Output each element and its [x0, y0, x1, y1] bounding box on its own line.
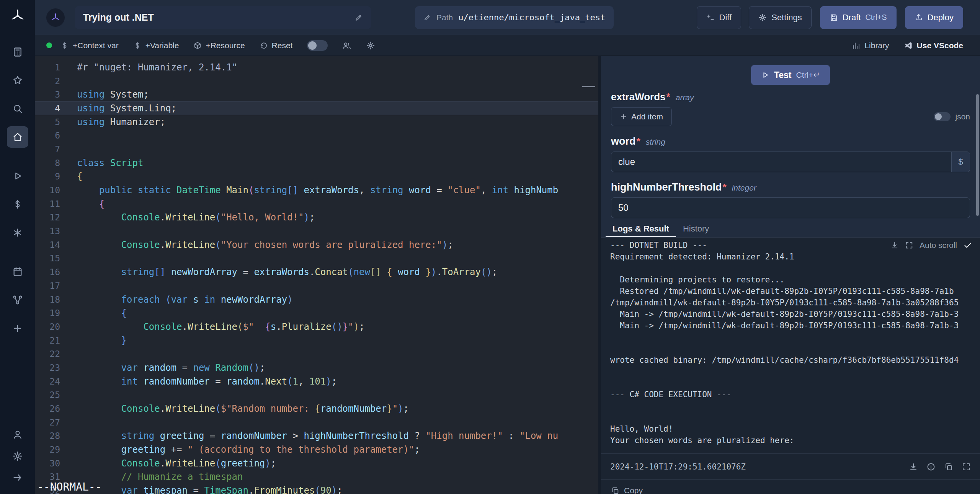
script-summary-box[interactable]: Trying out .NET: [75, 6, 371, 29]
code-line-19[interactable]: 19 {: [35, 306, 598, 320]
diff-button[interactable]: Diff: [697, 6, 742, 29]
sidebar-item-search[interactable]: [7, 98, 28, 119]
toggle-switch[interactable]: [307, 40, 328, 51]
tab-logs-result[interactable]: Logs & Result: [606, 220, 676, 237]
test-button[interactable]: Test Ctrl+↵: [751, 65, 830, 85]
panel-resize-handle[interactable]: [598, 56, 601, 494]
library-button[interactable]: Library: [851, 41, 889, 50]
add-resource-button[interactable]: +Resource: [193, 41, 245, 50]
code-line-3[interactable]: 3using System;: [35, 88, 598, 101]
panel-scrollbar[interactable]: [976, 94, 979, 216]
draft-button[interactable]: Draft Ctrl+S: [820, 6, 897, 29]
code-line-28[interactable]: 28 string greeting = randomNumber > high…: [35, 429, 598, 443]
code-line-11[interactable]: 11 {: [35, 197, 598, 211]
home-icon: [12, 132, 23, 142]
json-toggle[interactable]: json: [934, 112, 970, 121]
multiplayer-button[interactable]: [342, 41, 351, 50]
code-line-30[interactable]: 30 Console.WriteLine(greeting);: [35, 457, 598, 470]
variable-label: +Variable: [145, 41, 179, 50]
deploy-button[interactable]: Deploy: [905, 6, 963, 29]
reset-button[interactable]: Reset: [260, 41, 293, 50]
copy-row[interactable]: Copy: [601, 479, 980, 494]
code-line-6[interactable]: 6: [35, 129, 598, 142]
field-type: array: [676, 93, 694, 102]
sidebar-item-expand-sidebar[interactable]: [7, 468, 28, 487]
code-line-7[interactable]: 7: [35, 142, 598, 156]
sidebar-item-create-new[interactable]: [7, 318, 28, 339]
code-line-15[interactable]: 15: [35, 252, 598, 266]
required-asterisk: *: [637, 135, 640, 147]
workspace-badge[interactable]: [46, 8, 65, 27]
auto-scroll-checkbox[interactable]: [963, 241, 972, 250]
sidebar-item-variables[interactable]: [7, 194, 28, 215]
add-item-button[interactable]: Add item: [611, 107, 672, 126]
sidebar-item-schedules[interactable]: [7, 261, 28, 282]
log-line: Determining projects to restore...: [610, 275, 980, 287]
code-line-24[interactable]: 24 int randomNumber = random.Next(1, 101…: [35, 375, 598, 388]
users-icon: [342, 41, 351, 50]
copy-result-icon[interactable]: [944, 462, 953, 471]
insert-variable-button[interactable]: $: [951, 152, 970, 172]
code-line-17[interactable]: 17: [35, 279, 598, 293]
download-result-icon[interactable]: [909, 462, 918, 471]
settings-button[interactable]: Settings: [749, 6, 812, 29]
code-line-20[interactable]: 20 Console.WriteLine($" {s.Pluralize()}"…: [35, 320, 598, 334]
json-switch[interactable]: [934, 112, 951, 121]
expand-result-icon[interactable]: [962, 462, 971, 471]
code-line-10[interactable]: 10 public static DateTime Main(string[] …: [35, 183, 598, 197]
code-editor[interactable]: 1#r "nuget: Humanizer, 2.14.1"23using Sy…: [35, 56, 598, 494]
code-line-21[interactable]: 21 }: [35, 334, 598, 347]
code-line-1[interactable]: 1#r "nuget: Humanizer, 2.14.1": [35, 60, 598, 74]
windmill-logo-icon[interactable]: [8, 6, 28, 26]
windmill-logo-glyph-icon: [9, 8, 26, 24]
sidebar-item-resources[interactable]: [7, 222, 28, 243]
settings-label: Settings: [771, 13, 802, 23]
word-input[interactable]: [611, 152, 951, 172]
code-line-32[interactable]: 32 var timespan = TimeSpan.FromMinutes(9…: [35, 484, 598, 494]
logs-panel[interactable]: --- DOTNET BUILD ---Requirement detected…: [601, 238, 980, 453]
sidebar-item-apps[interactable]: [7, 41, 28, 63]
use-vscode-button[interactable]: Use VScode: [904, 41, 963, 50]
add-variable-button[interactable]: +Variable: [133, 41, 179, 50]
dollar-icon: [133, 41, 142, 50]
info-icon[interactable]: [926, 462, 936, 471]
code-line-29[interactable]: 29 greeting += " (according to the thres…: [35, 443, 598, 457]
code-line-16[interactable]: 16 string[] newWordArray = extraWords.Co…: [35, 265, 598, 279]
code-line-22[interactable]: 22: [35, 347, 598, 361]
code-line-9[interactable]: 9{: [35, 170, 598, 184]
tab-history[interactable]: History: [676, 220, 716, 237]
required-asterisk: *: [723, 181, 727, 193]
word-input-wrap: $: [611, 152, 970, 172]
code-line-2[interactable]: 2: [35, 74, 598, 88]
sidebar-item-flows[interactable]: [7, 289, 28, 311]
sidebar-item-favorites[interactable]: [7, 70, 28, 91]
code-line-13[interactable]: 13: [35, 224, 598, 238]
editor-settings-button[interactable]: [366, 41, 375, 50]
download-logs-icon[interactable]: [890, 241, 899, 249]
expand-logs-icon[interactable]: [905, 241, 913, 249]
add-context-var-button[interactable]: +Context var: [60, 41, 119, 50]
code-line-12[interactable]: 12 Console.WriteLine("Hello, World!");: [35, 211, 598, 225]
code-line-8[interactable]: 8class Script: [35, 156, 598, 170]
code-line-25[interactable]: 25: [35, 388, 598, 402]
code-line-4[interactable]: 4using System.Linq;: [35, 101, 598, 115]
code-line-23[interactable]: 23 var random = new Random();: [35, 361, 598, 375]
save-draft-icon: [830, 13, 838, 22]
sidebar-item-runs[interactable]: [7, 165, 28, 187]
edit-title-pencil-icon[interactable]: [354, 13, 363, 22]
sidebar-item-account[interactable]: [7, 425, 28, 444]
code-line-18[interactable]: 18 foreach (var s in newWordArray): [35, 293, 598, 307]
code-line-5[interactable]: 5using Humanizer;: [35, 115, 598, 129]
code-line-26[interactable]: 26 Console.WriteLine($"Random number: {r…: [35, 402, 598, 416]
assistant-toggle[interactable]: [307, 40, 328, 51]
sidebar-item-workspace-settings[interactable]: [7, 447, 28, 466]
script-path-box[interactable]: Path u/etienne/microsoft_java_test: [415, 6, 614, 29]
code-line-31[interactable]: 31 // Humanize a timespan: [35, 470, 598, 484]
code-line-27[interactable]: 27: [35, 416, 598, 429]
content: 1#r "nuget: Humanizer, 2.14.1"23using Sy…: [35, 56, 980, 494]
sidebar-item-home[interactable]: [7, 126, 28, 148]
threshold-input[interactable]: [611, 198, 970, 218]
main-area: Trying out .NET Path u/etienne/microsoft…: [35, 0, 980, 494]
code-line-14[interactable]: 14 Console.WriteLine("Your chosen words …: [35, 238, 598, 252]
dollar-icon: [12, 199, 23, 210]
